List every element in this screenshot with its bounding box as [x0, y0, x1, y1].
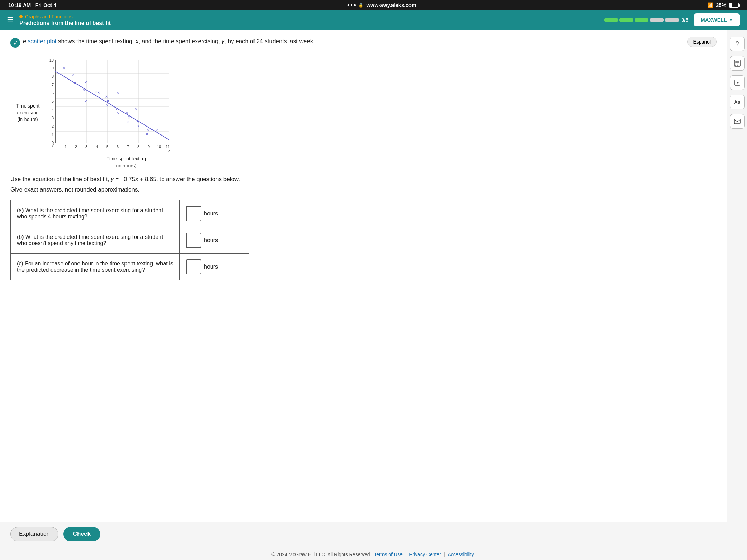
calculator-icon	[734, 59, 741, 67]
answer-table: (a) What is the predicted time spent exe…	[10, 200, 249, 280]
progress-area: 3/5	[604, 17, 688, 23]
svg-text:5: 5	[106, 144, 108, 149]
x-axis-label: Time spent texting(in hours)	[80, 156, 173, 169]
chevron-down-icon: ▼	[729, 18, 733, 22]
input-hours-b: hours	[186, 233, 242, 248]
svg-text:1: 1	[65, 144, 67, 149]
give-text: Give exact answers, not rounded approxim…	[10, 186, 717, 193]
svg-text:7: 7	[52, 83, 54, 87]
answer-input-b[interactable]	[186, 233, 201, 248]
prog-bar-4	[650, 18, 664, 22]
user-button[interactable]: MAXWELL ▼	[694, 13, 740, 26]
svg-text:y: y	[52, 143, 54, 147]
left-panel: ✓ e scatter plot shows the time spent te…	[0, 30, 727, 541]
svg-text:×: ×	[156, 127, 159, 132]
svg-rect-53	[735, 61, 739, 63]
svg-text:6: 6	[117, 144, 119, 149]
svg-text:×: ×	[63, 66, 65, 71]
svg-text:×: ×	[117, 111, 120, 116]
svg-text:×: ×	[84, 80, 87, 85]
prog-bar-2	[619, 18, 633, 22]
user-name: MAXWELL	[701, 17, 727, 23]
nav-info: Graphs and Functions Predictions from th…	[19, 14, 599, 26]
scatter-plot-svg: 0 1 2 3 4 5 6 7 8 9 10 y 1 2 3 4	[45, 57, 173, 153]
answer-input-c[interactable]	[186, 259, 201, 274]
svg-text:×: ×	[116, 90, 119, 95]
status-right: 📶 35%	[707, 2, 739, 8]
svg-text:1: 1	[52, 132, 54, 137]
scatter-plot-link[interactable]: scatter plot	[28, 38, 56, 45]
svg-text:×: ×	[72, 72, 75, 77]
svg-text:×: ×	[84, 99, 87, 104]
svg-text:×: ×	[146, 131, 148, 137]
svg-text:×: ×	[97, 90, 100, 95]
nav-title: Predictions from the line of best fit	[19, 20, 599, 26]
svg-point-56	[738, 64, 739, 64]
collapse-section: ✓ e scatter plot shows the time spent te…	[10, 37, 315, 48]
svg-marker-61	[737, 81, 739, 84]
status-time: 10:19 AM Fri Oct 4	[8, 2, 56, 8]
collapse-button[interactable]: ✓	[10, 38, 20, 48]
svg-text:×: ×	[106, 103, 109, 108]
svg-text:10: 10	[157, 144, 161, 149]
bottom-bar: Explanation Check	[0, 522, 747, 541]
input-hours-c: hours	[186, 259, 242, 274]
svg-point-58	[737, 65, 737, 66]
svg-point-55	[737, 64, 737, 64]
battery-label: 35%	[716, 2, 726, 8]
svg-text:9: 9	[148, 144, 150, 149]
battery-icon	[729, 3, 739, 8]
intro-row: ✓ e scatter plot shows the time spent te…	[10, 37, 717, 53]
equation-text: Use the equation of the line of best fit…	[10, 176, 717, 183]
svg-point-57	[735, 65, 736, 66]
prog-bar-5	[665, 18, 679, 22]
prog-bar-1	[604, 18, 618, 22]
input-hours-a: hours	[186, 206, 242, 221]
svg-text:3: 3	[52, 116, 54, 120]
question-b: (b) What is the predicted time spent exe…	[11, 227, 180, 254]
svg-text:2: 2	[52, 124, 54, 128]
ellipsis: • • •	[347, 2, 356, 8]
svg-text:10: 10	[49, 58, 54, 62]
table-row: (c) For an increase of one hour in the t…	[11, 254, 249, 280]
calculator-button[interactable]	[730, 56, 745, 71]
svg-point-54	[735, 64, 736, 64]
font-icon: Aa	[734, 99, 740, 105]
status-bar: 10:19 AM Fri Oct 4 • • • 🔒 www-awy.aleks…	[0, 0, 747, 10]
main-content: ✓ e scatter plot shows the time spent te…	[0, 30, 747, 541]
explanation-button[interactable]: Explanation	[10, 527, 58, 541]
help-button[interactable]: ?	[730, 37, 745, 51]
url-display: www-awy.aleks.com	[366, 2, 416, 8]
svg-text:5: 5	[52, 99, 54, 103]
lock-icon: 🔒	[358, 3, 363, 8]
check-button[interactable]: Check	[63, 527, 100, 541]
svg-text:4: 4	[52, 108, 54, 112]
top-nav: ☰ Graphs and Functions Predictions from …	[0, 10, 747, 30]
wifi-icon: 📶	[707, 2, 713, 8]
prog-count: 3/5	[682, 17, 688, 23]
chart-container: Time spentexercising(in hours) 0 1	[10, 57, 717, 169]
hours-label-b: hours	[204, 237, 218, 243]
question-c: (c) For an increase of one hour in the t…	[11, 254, 180, 280]
svg-text:x: x	[168, 148, 170, 152]
play-icon	[734, 80, 740, 86]
hours-label-c: hours	[204, 264, 218, 270]
mail-button[interactable]	[730, 114, 745, 129]
font-button[interactable]: Aa	[730, 95, 745, 109]
progress-bars	[604, 18, 679, 22]
play-button[interactable]	[730, 75, 745, 90]
prog-bar-3	[635, 18, 648, 22]
mail-icon	[734, 119, 741, 124]
espanol-button[interactable]: Español	[687, 37, 717, 47]
svg-text:2: 2	[75, 144, 77, 149]
status-center: • • • 🔒 www-awy.aleks.com	[347, 2, 416, 8]
svg-text:6: 6	[52, 91, 54, 95]
svg-text:8: 8	[137, 144, 139, 149]
hamburger-menu[interactable]: ☰	[7, 16, 14, 25]
answer-cell-a: hours	[180, 200, 249, 227]
nav-dot	[19, 15, 23, 18]
answer-input-a[interactable]	[186, 206, 201, 221]
svg-text:3: 3	[85, 144, 87, 149]
svg-text:7: 7	[127, 144, 129, 149]
answer-cell-b: hours	[180, 227, 249, 254]
